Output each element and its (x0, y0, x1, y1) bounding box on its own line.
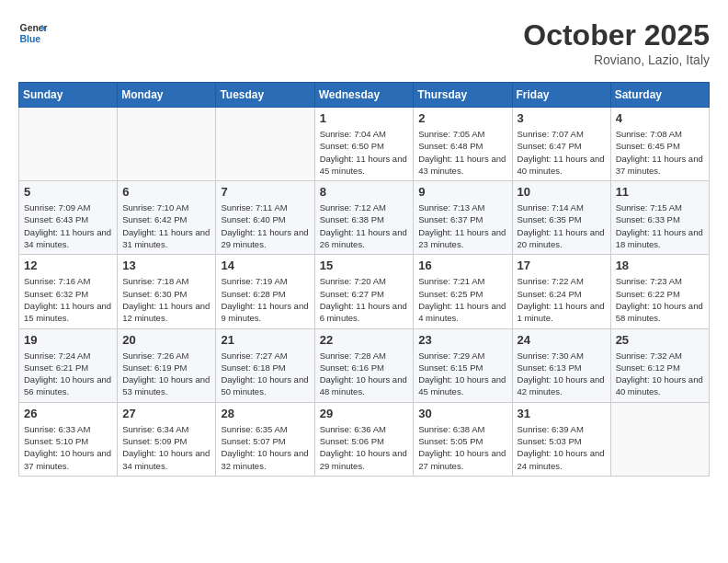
calendar-cell: 29Sunrise: 6:36 AM Sunset: 5:06 PM Dayli… (314, 402, 414, 476)
calendar-cell: 5Sunrise: 7:09 AM Sunset: 6:43 PM Daylig… (19, 181, 118, 255)
weekday-header-monday: Monday (118, 83, 216, 108)
week-row-3: 12Sunrise: 7:16 AM Sunset: 6:32 PM Dayli… (19, 255, 710, 328)
calendar-cell: 17Sunrise: 7:22 AM Sunset: 6:24 PM Dayli… (512, 255, 610, 328)
calendar-cell: 25Sunrise: 7:32 AM Sunset: 6:12 PM Dayli… (610, 328, 709, 402)
calendar-cell: 21Sunrise: 7:27 AM Sunset: 6:18 PM Dayli… (216, 328, 314, 402)
day-info: Sunrise: 7:19 AM Sunset: 6:28 PM Dayligh… (221, 275, 309, 324)
day-info: Sunrise: 7:12 AM Sunset: 6:38 PM Dayligh… (320, 201, 409, 250)
title-block: October 2025 Roviano, Lazio, Italy (523, 18, 710, 67)
calendar-cell: 18Sunrise: 7:23 AM Sunset: 6:22 PM Dayli… (610, 255, 709, 328)
calendar-cell: 6Sunrise: 7:10 AM Sunset: 6:42 PM Daylig… (118, 181, 216, 255)
calendar-cell: 2Sunrise: 7:05 AM Sunset: 6:48 PM Daylig… (414, 108, 512, 181)
day-info: Sunrise: 7:30 AM Sunset: 6:13 PM Dayligh… (518, 350, 606, 398)
day-info: Sunrise: 7:20 AM Sunset: 6:27 PM Dayligh… (320, 275, 409, 324)
day-number: 12 (24, 259, 112, 272)
calendar-cell: 13Sunrise: 7:18 AM Sunset: 6:30 PM Dayli… (118, 255, 216, 328)
day-info: Sunrise: 7:32 AM Sunset: 6:12 PM Dayligh… (616, 350, 704, 398)
day-info: Sunrise: 7:22 AM Sunset: 6:24 PM Dayligh… (518, 275, 606, 324)
calendar-cell: 9Sunrise: 7:13 AM Sunset: 6:37 PM Daylig… (414, 181, 512, 255)
day-number: 6 (122, 185, 210, 199)
day-number: 28 (221, 407, 309, 420)
day-number: 7 (221, 185, 309, 199)
day-info: Sunrise: 6:34 AM Sunset: 5:09 PM Dayligh… (122, 423, 210, 472)
calendar-cell: 12Sunrise: 7:16 AM Sunset: 6:32 PM Dayli… (19, 255, 118, 328)
day-number: 25 (616, 333, 704, 347)
day-info: Sunrise: 7:13 AM Sunset: 6:37 PM Dayligh… (418, 201, 506, 250)
calendar-cell (216, 108, 314, 181)
day-number: 8 (320, 185, 409, 199)
month-title: October 2025 (523, 18, 710, 52)
weekday-header-sunday: Sunday (19, 83, 118, 108)
day-number: 14 (221, 259, 309, 272)
day-number: 22 (320, 333, 409, 347)
day-number: 16 (418, 259, 506, 272)
page-header: General Blue October 2025 Roviano, Lazio… (18, 18, 710, 67)
week-row-4: 19Sunrise: 7:24 AM Sunset: 6:21 PM Dayli… (19, 328, 710, 402)
calendar-cell: 22Sunrise: 7:28 AM Sunset: 6:16 PM Dayli… (314, 328, 414, 402)
day-number: 5 (24, 185, 112, 199)
day-number: 29 (320, 407, 409, 420)
day-info: Sunrise: 7:08 AM Sunset: 6:45 PM Dayligh… (616, 128, 704, 177)
day-info: Sunrise: 7:07 AM Sunset: 6:47 PM Dayligh… (518, 128, 606, 177)
calendar-cell: 23Sunrise: 7:29 AM Sunset: 6:15 PM Dayli… (414, 328, 512, 402)
calendar-cell: 24Sunrise: 7:30 AM Sunset: 6:13 PM Dayli… (512, 328, 610, 402)
day-number: 3 (518, 111, 606, 125)
day-info: Sunrise: 6:38 AM Sunset: 5:05 PM Dayligh… (418, 423, 506, 472)
calendar-cell (118, 108, 216, 181)
calendar-cell (19, 108, 118, 181)
day-number: 19 (24, 333, 112, 347)
day-info: Sunrise: 7:16 AM Sunset: 6:32 PM Dayligh… (24, 275, 112, 324)
day-number: 26 (24, 407, 112, 420)
calendar-cell: 11Sunrise: 7:15 AM Sunset: 6:33 PM Dayli… (610, 181, 709, 255)
calendar-cell: 10Sunrise: 7:14 AM Sunset: 6:35 PM Dayli… (512, 181, 610, 255)
day-info: Sunrise: 7:11 AM Sunset: 6:40 PM Dayligh… (221, 201, 309, 250)
location: Roviano, Lazio, Italy (523, 52, 710, 67)
day-number: 31 (518, 407, 606, 420)
day-number: 9 (418, 185, 506, 199)
weekday-header-row: SundayMondayTuesdayWednesdayThursdayFrid… (19, 83, 710, 108)
weekday-header-friday: Friday (512, 83, 610, 108)
day-info: Sunrise: 7:15 AM Sunset: 6:33 PM Dayligh… (616, 201, 704, 250)
day-number: 18 (616, 259, 704, 272)
calendar-cell: 14Sunrise: 7:19 AM Sunset: 6:28 PM Dayli… (216, 255, 314, 328)
calendar-cell: 26Sunrise: 6:33 AM Sunset: 5:10 PM Dayli… (19, 402, 118, 476)
day-info: Sunrise: 7:09 AM Sunset: 6:43 PM Dayligh… (24, 201, 112, 250)
week-row-5: 26Sunrise: 6:33 AM Sunset: 5:10 PM Dayli… (19, 402, 710, 476)
calendar-cell: 15Sunrise: 7:20 AM Sunset: 6:27 PM Dayli… (314, 255, 414, 328)
day-info: Sunrise: 7:23 AM Sunset: 6:22 PM Dayligh… (616, 275, 704, 324)
day-info: Sunrise: 6:35 AM Sunset: 5:07 PM Dayligh… (221, 423, 309, 472)
calendar-cell (610, 402, 709, 476)
day-number: 2 (418, 111, 506, 125)
day-number: 1 (320, 111, 409, 125)
day-number: 13 (122, 259, 210, 272)
day-number: 4 (616, 111, 704, 125)
calendar-cell: 1Sunrise: 7:04 AM Sunset: 6:50 PM Daylig… (314, 108, 414, 181)
logo: General Blue (18, 18, 48, 48)
day-info: Sunrise: 7:18 AM Sunset: 6:30 PM Dayligh… (122, 275, 210, 324)
logo-icon: General Blue (18, 18, 48, 48)
weekday-header-thursday: Thursday (414, 83, 512, 108)
day-info: Sunrise: 6:36 AM Sunset: 5:06 PM Dayligh… (320, 423, 409, 472)
day-info: Sunrise: 7:26 AM Sunset: 6:19 PM Dayligh… (122, 350, 210, 398)
week-row-1: 1Sunrise: 7:04 AM Sunset: 6:50 PM Daylig… (19, 108, 710, 181)
day-number: 10 (518, 185, 606, 199)
day-number: 27 (122, 407, 210, 420)
calendar-cell: 28Sunrise: 6:35 AM Sunset: 5:07 PM Dayli… (216, 402, 314, 476)
day-number: 21 (221, 333, 309, 347)
svg-text:Blue: Blue (20, 34, 41, 44)
day-info: Sunrise: 7:21 AM Sunset: 6:25 PM Dayligh… (418, 275, 506, 324)
day-number: 15 (320, 259, 409, 272)
week-row-2: 5Sunrise: 7:09 AM Sunset: 6:43 PM Daylig… (19, 181, 710, 255)
day-info: Sunrise: 7:24 AM Sunset: 6:21 PM Dayligh… (24, 350, 112, 398)
day-info: Sunrise: 7:29 AM Sunset: 6:15 PM Dayligh… (418, 350, 506, 398)
day-number: 11 (616, 185, 704, 199)
weekday-header-saturday: Saturday (610, 83, 709, 108)
calendar-cell: 30Sunrise: 6:38 AM Sunset: 5:05 PM Dayli… (414, 402, 512, 476)
calendar-cell: 20Sunrise: 7:26 AM Sunset: 6:19 PM Dayli… (118, 328, 216, 402)
calendar-cell: 8Sunrise: 7:12 AM Sunset: 6:38 PM Daylig… (314, 181, 414, 255)
calendar-cell: 16Sunrise: 7:21 AM Sunset: 6:25 PM Dayli… (414, 255, 512, 328)
day-number: 30 (418, 407, 506, 420)
calendar-cell: 19Sunrise: 7:24 AM Sunset: 6:21 PM Dayli… (19, 328, 118, 402)
weekday-header-tuesday: Tuesday (216, 83, 314, 108)
day-number: 23 (418, 333, 506, 347)
